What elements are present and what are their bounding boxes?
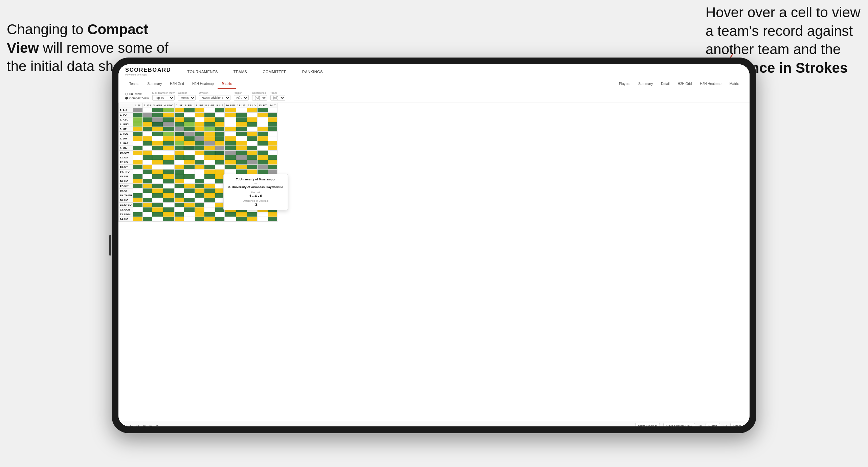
matrix-cell[interactable] xyxy=(163,117,174,122)
matrix-cell[interactable] xyxy=(236,212,247,217)
matrix-cell[interactable] xyxy=(195,184,204,188)
matrix-cell[interactable] xyxy=(258,217,268,222)
matrix-cell[interactable] xyxy=(247,170,257,174)
matrix-cell[interactable] xyxy=(174,184,184,188)
matrix-cell[interactable] xyxy=(142,122,152,127)
matrix-cell[interactable] xyxy=(133,117,142,122)
matrix-cell[interactable] xyxy=(268,108,277,113)
matrix-scroll[interactable]: 1. AU 2. VU 3. ASU 4. UNC 5. UT 6. FSU 7… xyxy=(118,103,750,421)
matrix-cell[interactable] xyxy=(204,207,215,212)
matrix-cell[interactable] xyxy=(268,113,277,117)
matrix-cell[interactable] xyxy=(152,184,163,188)
matrix-cell[interactable] xyxy=(225,146,236,151)
matrix-cell[interactable] xyxy=(258,155,268,160)
matrix-cell[interactable] xyxy=(133,188,142,193)
matrix-cell[interactable] xyxy=(184,122,195,127)
matrix-cell[interactable] xyxy=(204,155,215,160)
matrix-cell[interactable] xyxy=(195,155,204,160)
matrix-cell[interactable] xyxy=(195,136,204,141)
matrix-cell[interactable] xyxy=(152,151,163,155)
matrix-cell[interactable] xyxy=(215,108,225,113)
matrix-cell[interactable] xyxy=(184,127,195,132)
full-view-radio[interactable] xyxy=(125,93,128,95)
matrix-cell[interactable] xyxy=(225,165,236,170)
matrix-cell[interactable] xyxy=(142,136,152,141)
matrix-cell[interactable] xyxy=(204,127,215,132)
matrix-cell[interactable] xyxy=(236,108,247,113)
matrix-cell[interactable] xyxy=(268,122,277,127)
matrix-cell[interactable] xyxy=(163,170,174,174)
matrix-cell[interactable] xyxy=(204,160,215,165)
matrix-cell[interactable] xyxy=(236,122,247,127)
matrix-cell[interactable] xyxy=(174,113,184,117)
matrix-cell[interactable] xyxy=(174,198,184,203)
tab-teams[interactable]: Teams xyxy=(125,79,143,89)
matrix-cell[interactable] xyxy=(152,207,163,212)
matrix-cell[interactable] xyxy=(225,212,236,217)
matrix-cell[interactable] xyxy=(174,155,184,160)
reset-icon[interactable]: ↺ xyxy=(156,424,159,427)
matrix-cell[interactable] xyxy=(204,212,215,217)
matrix-cell[interactable] xyxy=(247,136,257,141)
matrix-cell[interactable] xyxy=(163,155,174,160)
matrix-cell[interactable] xyxy=(174,170,184,174)
matrix-cell[interactable] xyxy=(184,198,195,203)
matrix-cell[interactable] xyxy=(184,184,195,188)
matrix-cell[interactable] xyxy=(204,193,215,198)
matrix-cell[interactable] xyxy=(163,108,174,113)
matrix-cell[interactable] xyxy=(163,217,174,222)
matrix-cell[interactable] xyxy=(184,188,195,193)
matrix-cell[interactable] xyxy=(195,160,204,165)
matrix-cell[interactable] xyxy=(184,212,195,217)
matrix-cell[interactable] xyxy=(163,174,174,179)
matrix-cell[interactable] xyxy=(152,127,163,132)
matrix-cell[interactable] xyxy=(247,132,257,136)
matrix-cell[interactable] xyxy=(163,188,174,193)
matrix-cell[interactable] xyxy=(152,179,163,184)
matrix-cell[interactable] xyxy=(195,212,204,217)
matrix-cell[interactable] xyxy=(133,132,142,136)
matrix-cell[interactable] xyxy=(174,141,184,146)
matrix-cell[interactable] xyxy=(236,127,247,132)
matrix-cell[interactable] xyxy=(268,217,277,222)
matrix-cell[interactable] xyxy=(152,198,163,203)
matrix-cell[interactable] xyxy=(174,132,184,136)
matrix-cell[interactable] xyxy=(258,160,268,165)
nav-committee[interactable]: COMMITTEE xyxy=(260,68,289,75)
matrix-cell[interactable] xyxy=(204,151,215,155)
matrix-cell[interactable] xyxy=(258,108,268,113)
matrix-cell[interactable] xyxy=(163,184,174,188)
matrix-cell[interactable] xyxy=(258,132,268,136)
matrix-cell[interactable] xyxy=(133,217,142,222)
matrix-cell[interactable] xyxy=(236,155,247,160)
matrix-cell[interactable] xyxy=(142,170,152,174)
matrix-cell[interactable] xyxy=(133,170,142,174)
matrix-cell[interactable] xyxy=(152,117,163,122)
matrix-cell[interactable] xyxy=(268,212,277,217)
matrix-cell[interactable] xyxy=(204,146,215,151)
matrix-cell[interactable] xyxy=(236,217,247,222)
matrix-cell[interactable] xyxy=(225,127,236,132)
conference-select[interactable]: (All) xyxy=(252,95,267,101)
matrix-cell[interactable] xyxy=(225,170,236,174)
matrix-cell[interactable] xyxy=(195,141,204,146)
matrix-cell[interactable] xyxy=(184,117,195,122)
matrix-cell[interactable] xyxy=(236,132,247,136)
matrix-cell[interactable] xyxy=(133,174,142,179)
matrix-cell[interactable] xyxy=(247,108,257,113)
matrix-cell[interactable] xyxy=(174,217,184,222)
matrix-cell[interactable] xyxy=(225,117,236,122)
matrix-cell[interactable] xyxy=(142,217,152,222)
matrix-cell[interactable] xyxy=(152,132,163,136)
matrix-cell[interactable] xyxy=(152,203,163,207)
matrix-cell[interactable] xyxy=(142,155,152,160)
matrix-cell[interactable] xyxy=(133,207,142,212)
matrix-cell[interactable] xyxy=(204,108,215,113)
matrix-cell[interactable] xyxy=(152,212,163,217)
matrix-cell[interactable] xyxy=(174,160,184,165)
matrix-cell[interactable] xyxy=(195,146,204,151)
matrix-cell[interactable] xyxy=(236,117,247,122)
matrix-cell[interactable] xyxy=(225,141,236,146)
matrix-cell[interactable] xyxy=(195,198,204,203)
matrix-cell[interactable] xyxy=(247,217,257,222)
